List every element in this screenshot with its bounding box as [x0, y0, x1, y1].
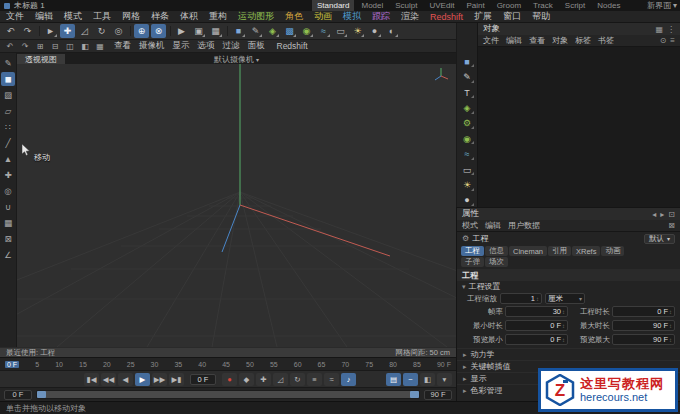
search-icon[interactable]: ⊙ — [660, 36, 667, 45]
attributes-menu-item[interactable]: 用户数据 — [508, 220, 540, 231]
menu-item[interactable]: 网格 — [122, 10, 140, 23]
scale-tool-icon[interactable]: ◿ — [77, 24, 92, 38]
workplane-snap-icon[interactable]: ▦ — [1, 216, 15, 230]
coord-system-icon[interactable]: ⊕ — [134, 24, 149, 38]
viewport-menu-item[interactable]: 查看 — [114, 40, 131, 52]
timeline-ruler[interactable]: 0 F 5 10 15 20 25 30 35 40 45 50 55 60 6… — [0, 357, 456, 370]
record-button[interactable]: ● — [222, 373, 237, 386]
timeline-tick[interactable]: 15 — [79, 361, 87, 368]
fcurve-icon[interactable]: ~ — [403, 373, 418, 386]
menu-item[interactable]: 动画 — [314, 10, 332, 23]
timeline-tick[interactable]: 30 — [151, 361, 159, 368]
spinner-icon[interactable]: ↕ — [562, 323, 565, 329]
enable-snap-icon[interactable]: ∪ — [1, 200, 15, 214]
timeline-tick[interactable]: 60 — [294, 361, 302, 368]
key-position-button[interactable]: ✚ — [256, 373, 271, 386]
menu-item[interactable]: 扩展 — [474, 10, 492, 23]
render-view-icon[interactable]: ▶ — [174, 24, 189, 38]
attribute-tab[interactable]: 引用 — [548, 246, 571, 256]
play-button[interactable]: ▶ — [135, 373, 150, 386]
render-to-picture-icon[interactable]: ▣ — [191, 24, 206, 38]
attribute-tab[interactable]: 子弹 — [461, 257, 484, 267]
layout-tab[interactable]: Nodes — [592, 0, 625, 11]
timeline-tick[interactable]: 45 — [222, 361, 230, 368]
objects-menu-item[interactable]: 文件 — [483, 35, 499, 46]
attribute-field-input[interactable]: 90 F ↕ — [612, 334, 675, 345]
viewport-menu-item[interactable]: 摄像机 — [139, 40, 165, 52]
timeline-tick[interactable]: 35 — [174, 361, 182, 368]
timeline-tick[interactable]: 40 — [198, 361, 206, 368]
live-selection-icon[interactable]: ► — [43, 24, 58, 38]
attribute-tab[interactable]: XRefs — [572, 246, 600, 256]
range-start-field[interactable]: 0 F — [4, 390, 32, 400]
autokey-button[interactable]: ◆ — [239, 373, 254, 386]
project-scale-unit-dropdown[interactable]: 厘米 ▾ — [545, 293, 585, 304]
goto-end-button[interactable]: ▶▮ — [169, 373, 184, 386]
layout-tab[interactable]: UVEdit — [425, 0, 460, 11]
timeline-tick[interactable]: 90 F — [437, 361, 451, 368]
lock-workplane-icon[interactable]: ⊠ — [1, 232, 15, 246]
polygons-mode-icon[interactable]: ▲ — [1, 152, 15, 166]
range-end-field[interactable]: 90 F — [424, 390, 452, 400]
timeline-tick[interactable]: 50 — [246, 361, 254, 368]
edges-mode-icon[interactable]: ╱ — [1, 136, 15, 150]
frame-selected-icon[interactable]: ⊟ — [49, 41, 61, 52]
light-palette-icon[interactable]: ☀ — [459, 178, 475, 191]
timeline-tick[interactable]: 85 — [413, 361, 421, 368]
current-frame-field[interactable]: 0 F — [190, 374, 216, 385]
attributes-menu-item[interactable]: 模式 — [462, 220, 478, 231]
prev-key-button[interactable]: ◀◀ — [101, 373, 116, 386]
menu-item[interactable]: 运动图形 — [238, 10, 274, 23]
pen-icon[interactable]: ✎ — [459, 70, 475, 83]
menu-item[interactable]: 文件 — [6, 10, 24, 23]
timeline-tick[interactable]: 65 — [318, 361, 326, 368]
simulate-icon[interactable]: ≈ — [316, 24, 331, 38]
range-handle-right[interactable] — [410, 391, 419, 398]
view-undo-icon[interactable]: ↶ — [4, 41, 16, 52]
pin-icon[interactable]: ⊡ — [668, 210, 675, 219]
text-spline-icon[interactable]: T — [459, 86, 475, 99]
history-forward-icon[interactable]: ▸ — [660, 210, 664, 219]
attribute-group-collapsed[interactable]: ▸ 动力学 — [457, 348, 680, 360]
attribute-tab[interactable]: 动画 — [601, 246, 624, 256]
object-list[interactable] — [478, 47, 680, 207]
spinner-icon[interactable]: ↕ — [562, 337, 565, 343]
points-mode-icon[interactable]: ∷ — [1, 120, 15, 134]
objects-menu-item[interactable]: 编辑 — [506, 35, 522, 46]
quantize-icon[interactable]: ∠ — [1, 248, 15, 262]
menu-item[interactable]: 样条 — [151, 10, 169, 23]
preset-dropdown[interactable]: 默认 ▾ — [644, 234, 675, 244]
next-frame-button[interactable]: ▶▶ — [152, 373, 167, 386]
attribute-tab[interactable]: 信息 — [485, 246, 508, 256]
timeline-tick[interactable]: 20 — [103, 361, 111, 368]
motion-system-icon[interactable]: ◧ — [420, 373, 435, 386]
attribute-field-input[interactable]: 90 F ↕ — [612, 320, 675, 331]
undo-icon[interactable]: ↶ — [3, 24, 18, 38]
timeline-tick[interactable]: 0 F — [5, 361, 19, 368]
viewport-menu-item[interactable]: 显示 — [173, 40, 190, 52]
view-redo-icon[interactable]: ↷ — [19, 41, 31, 52]
sound-button[interactable]: ♪ — [341, 373, 356, 386]
timeline-tick[interactable]: 5 — [35, 361, 39, 368]
panel-layout-icon[interactable]: ▦ — [655, 25, 663, 34]
range-handle-left[interactable] — [37, 391, 46, 398]
menu-item[interactable]: 角色 — [285, 10, 303, 23]
mograph-cloner-icon[interactable]: ◈ — [265, 24, 280, 38]
key-pla-button[interactable]: ≈ — [324, 373, 339, 386]
objects-menu-item[interactable]: 查看 — [529, 35, 545, 46]
texture-mode-icon[interactable]: ▨ — [1, 88, 15, 102]
attribute-field-input[interactable]: 0 F ↕ — [612, 306, 675, 317]
goto-start-button[interactable]: ▮◀ — [84, 373, 99, 386]
workplane-mode-icon[interactable]: ▱ — [1, 104, 15, 118]
attribute-field-input[interactable]: 30 ↕ — [505, 306, 568, 317]
key-parameter-button[interactable]: ≡ — [307, 373, 322, 386]
viewport-menu-redshift[interactable]: Redshift — [277, 41, 308, 51]
attribute-tab[interactable]: 工程 — [461, 246, 484, 256]
make-editable-icon[interactable]: ✎ — [1, 56, 15, 70]
menu-item[interactable]: 窗口 — [503, 10, 521, 23]
move-tool-icon[interactable]: ✚ — [60, 24, 75, 38]
volume-icon[interactable]: ▩ — [282, 24, 297, 38]
layout-switcher[interactable]: 新界面 ▾ — [647, 0, 677, 11]
last-tool-icon[interactable]: ◎ — [111, 24, 126, 38]
axis-mode-icon[interactable]: ⊗ — [151, 24, 166, 38]
